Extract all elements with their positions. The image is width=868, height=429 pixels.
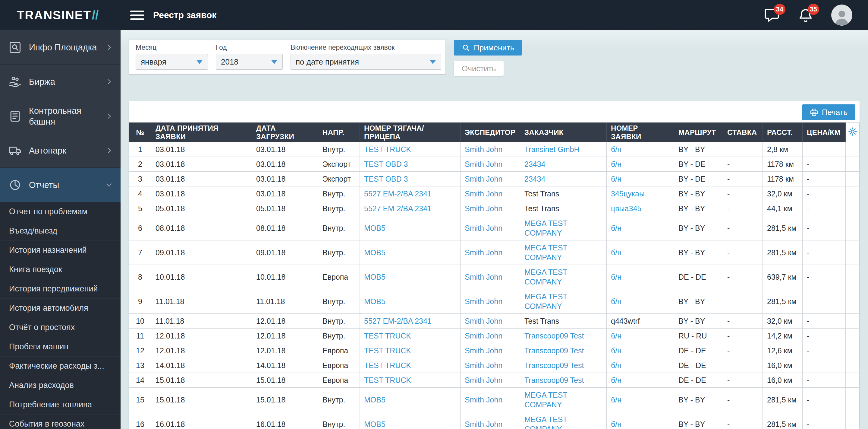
clear-button[interactable]: Очистить [454,61,504,76]
month-filter: Месяц января [135,44,208,74]
column-header: ЗАКАЗЧИК [520,123,607,142]
order-link[interactable]: б/н [611,273,621,281]
cell-vehicle: 5527 EM-2/BA 2341 [360,314,461,328]
order-link[interactable]: б/н [611,420,621,428]
chat-button[interactable]: 34 [764,7,780,23]
sidebar-subitem[interactable]: Отчёт о простоях [0,318,121,337]
order-link[interactable]: б/н [611,361,621,370]
sidebar-subitem[interactable]: Потребление топлива [0,395,121,414]
sidebar-item-autopark[interactable]: Автопарк [0,133,121,168]
vehicle-link[interactable]: MOB5 [364,273,385,281]
chevron-right-icon [105,112,113,120]
forwarder-link[interactable]: Smith John [465,396,502,404]
forwarder-link[interactable]: Smith John [465,190,502,198]
vehicle-link[interactable]: TEST TRUCK [364,361,411,370]
customer-link[interactable]: Transcoop09 Test [524,332,584,340]
vehicle-link[interactable]: 5527 EM-2/BA 2341 [364,204,432,213]
order-link[interactable]: б/н [611,297,621,306]
order-link[interactable]: б/н [611,332,621,340]
forwarder-link[interactable]: Smith John [465,376,502,384]
customer-link[interactable]: Transinet GmbH [524,145,579,153]
order-link[interactable]: б/н [611,160,621,168]
forwarder-link[interactable]: Smith John [465,224,502,232]
sidebar-subitem[interactable]: Книга поездок [0,260,121,279]
month-select[interactable]: января [135,54,208,70]
vehicle-link[interactable]: MOB5 [364,297,385,306]
customer-link[interactable]: MEGA TEST COMPANY [524,292,567,310]
sidebar-item-birzha[interactable]: Биржа [0,64,121,99]
menu-toggle-icon[interactable] [130,10,144,20]
sidebar-subitem[interactable]: Пробеги машин [0,337,121,356]
column-header: № [129,123,151,142]
vehicle-link[interactable]: MOB5 [364,248,385,257]
customer-link[interactable]: Transcoop09 Test [524,346,584,355]
order-link[interactable]: б/н [611,396,621,404]
forwarder-link[interactable]: Smith John [465,297,502,306]
forwarder-link[interactable]: Smith John [465,317,502,325]
vehicle-link[interactable]: TEST TRUCK [364,346,411,355]
sidebar-subitem[interactable]: Фактические расходы з... [0,356,121,376]
customer-link[interactable]: Transcoop09 Test [524,361,584,370]
forwarder-link[interactable]: Smith John [465,346,502,355]
vehicle-link[interactable]: TEST TRUCK [364,145,411,153]
carryover-select[interactable]: по дате принятия [290,54,441,70]
order-link[interactable]: б/н [611,248,621,257]
order-link[interactable]: 345цукаы [611,190,645,198]
customer-link[interactable]: Transcoop09 Test [524,376,584,384]
sidebar-reports-submenu: Отчет по проблемамВъезд/выездИстория наз… [0,202,121,429]
sidebar-subitem[interactable]: Анализ расходов [0,376,121,395]
customer-link[interactable]: MEGA TEST COMPANY [524,244,567,262]
forwarder-link[interactable]: Smith John [465,420,502,428]
order-link[interactable]: цвыа345 [611,204,641,213]
vehicle-link[interactable]: 5527 EM-2/BA 2341 [364,317,432,325]
column-settings-button[interactable] [846,123,860,142]
vehicle-link[interactable]: TEST TRUCK [364,376,411,384]
sidebar-item-otchety[interactable]: Отчеты [0,168,121,202]
order-link[interactable]: б/н [611,346,621,355]
vehicle-link[interactable]: MOB5 [364,396,385,404]
forwarder-link[interactable]: Smith John [465,361,502,370]
app-logo[interactable]: TRANSINET // [0,8,121,22]
customer-link[interactable]: MEGA TEST COMPANY [524,415,567,429]
forwarder-link[interactable]: Smith John [465,145,502,153]
order-link[interactable]: б/н [611,376,621,384]
vehicle-link[interactable]: 5527 EM-2/BA 2341 [364,190,432,198]
customer-link[interactable]: MEGA TEST COMPANY [524,219,567,237]
customer-link[interactable]: MEGA TEST COMPANY [524,268,567,286]
forwarder-link[interactable]: Smith John [465,204,502,213]
print-button[interactable]: Печать [802,105,855,120]
forwarder-link[interactable]: Smith John [465,332,502,340]
order-link[interactable]: б/н [611,224,621,232]
year-select[interactable]: 2018 [216,54,283,70]
vehicle-link[interactable]: MOB5 [364,420,385,428]
cell-forwarder: Smith John [461,289,520,314]
cell-settings [846,265,860,289]
forwarder-link[interactable]: Smith John [465,160,502,168]
forwarder-link[interactable]: Smith John [465,273,502,281]
notifications-button[interactable]: 35 [798,7,814,23]
sidebar-subitem[interactable]: История передвижений [0,279,121,299]
vehicle-link[interactable]: TEST TRUCK [364,332,411,340]
forwarder-link[interactable]: Smith John [465,248,502,257]
apply-button[interactable]: Применить [454,40,522,56]
user-avatar[interactable] [831,4,852,26]
customer-link[interactable]: 23434 [524,160,546,168]
cell-order-number: б/н [607,157,674,172]
vehicle-link[interactable]: MOB5 [364,224,385,232]
sidebar-subitem[interactable]: Въезд/выезд [0,222,121,241]
customer-link[interactable]: 23434 [524,175,546,183]
cell-row-number: 3 [129,172,151,187]
vehicle-link[interactable]: TEST OBD 3 [364,160,408,168]
year-filter: Год 2018 [216,44,283,74]
order-link[interactable]: б/н [611,145,621,153]
sidebar-subitem[interactable]: История автомобиля [0,299,121,318]
forwarder-link[interactable]: Smith John [465,175,502,183]
customer-link[interactable]: MEGA TEST COMPANY [524,391,567,409]
sidebar-item-info-ploschadka[interactable]: Инфо Площадка [0,30,121,64]
sidebar-item-control-tower[interactable]: Контрольная башня [0,99,121,133]
order-link[interactable]: б/н [611,175,621,183]
sidebar-subitem[interactable]: События в геозонах [0,414,121,429]
sidebar-subitem[interactable]: История назначений [0,241,121,260]
vehicle-link[interactable]: TEST OBD 3 [364,175,408,183]
sidebar-subitem[interactable]: Отчет по проблемам [0,202,121,222]
